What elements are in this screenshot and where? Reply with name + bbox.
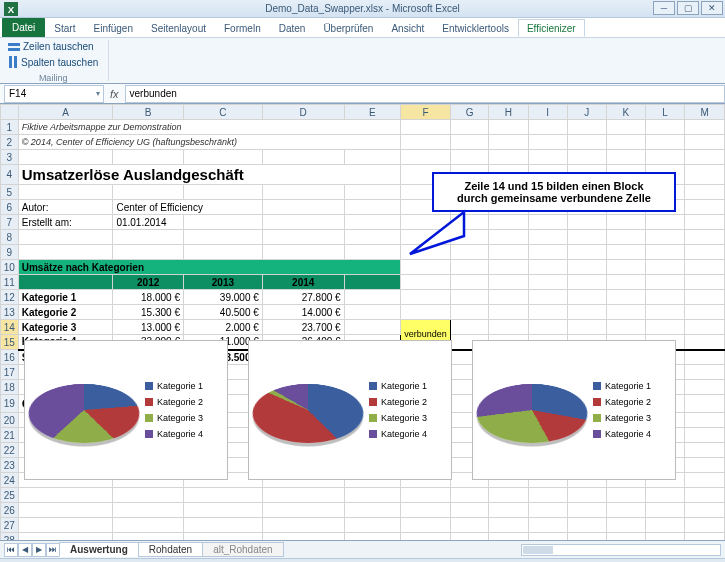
name-box[interactable]: F14 (4, 85, 104, 103)
swap-cols-button[interactable]: Spalten tauschen (6, 55, 100, 69)
sheet-tab-alt_rohdaten[interactable]: alt_Rohdaten (202, 542, 284, 557)
row-header-18[interactable]: 18 (1, 380, 19, 395)
row-header-11[interactable]: 11 (1, 275, 19, 290)
tab-start[interactable]: Start (45, 19, 84, 37)
svg-rect-2 (8, 43, 20, 46)
legend-item: Kategorie 4 (145, 429, 203, 439)
row-header-10[interactable]: 10 (1, 260, 19, 275)
col-header-J[interactable]: J (567, 105, 606, 120)
legend: Kategorie 1Kategorie 2Kategorie 3Kategor… (593, 381, 651, 439)
row-header-21[interactable]: 21 (1, 428, 19, 443)
formula-input[interactable]: verbunden (125, 85, 725, 103)
row-header-7[interactable]: 7 (1, 215, 19, 230)
col-header-L[interactable]: L (646, 105, 685, 120)
row-header-1[interactable]: 1 (1, 120, 19, 135)
tab-überprüfen[interactable]: Überprüfen (314, 19, 382, 37)
svg-text:X: X (8, 4, 15, 15)
row-header-27[interactable]: 27 (1, 518, 19, 533)
sheet-tabs: ⏮ ◀ ▶ ⏭ AuswertungRohdatenalt_Rohdaten (0, 540, 725, 558)
row-header-19[interactable]: 19 (1, 395, 19, 413)
file-tab[interactable]: Datei (2, 17, 45, 37)
legend-item: Kategorie 3 (369, 413, 427, 423)
fx-icon[interactable]: fx (110, 88, 119, 100)
tab-formeln[interactable]: Formeln (215, 19, 270, 37)
col-header-I[interactable]: I (528, 105, 567, 120)
col-header-M[interactable]: M (685, 105, 725, 120)
sheet-nav-last[interactable]: ⏭ (46, 543, 60, 557)
pie-chart-2012: Kategorie 1Kategorie 2Kategorie 3Kategor… (24, 340, 228, 480)
row-header-12[interactable]: 12 (1, 290, 19, 305)
row-header-16[interactable]: 16 (1, 350, 19, 365)
legend-item: Kategorie 3 (145, 413, 203, 423)
row-header-6[interactable]: 6 (1, 200, 19, 215)
callout-tail-icon (406, 208, 466, 258)
col-header-E[interactable]: E (344, 105, 400, 120)
tab-ansicht[interactable]: Ansicht (382, 19, 433, 37)
row-header-17[interactable]: 17 (1, 365, 19, 380)
ribbon-group-label: Mailing (6, 71, 100, 83)
sheet-nav-first[interactable]: ⏮ (4, 543, 18, 557)
row-header-28[interactable]: 28 (1, 533, 19, 541)
row-header-3[interactable]: 3 (1, 150, 19, 165)
sheet-nav-next[interactable]: ▶ (32, 543, 46, 557)
sheet-nav-prev[interactable]: ◀ (18, 543, 32, 557)
legend: Kategorie 1Kategorie 2Kategorie 3Kategor… (145, 381, 203, 439)
row-header-8[interactable]: 8 (1, 230, 19, 245)
svg-rect-3 (8, 48, 20, 51)
status-bar: Zeilentausch aktiviert: Bitte auf eine Z… (0, 558, 725, 562)
row-header-26[interactable]: 26 (1, 503, 19, 518)
tab-einfügen[interactable]: Einfügen (84, 19, 141, 37)
row-header-24[interactable]: 24 (1, 473, 19, 488)
legend-item: Kategorie 2 (145, 397, 203, 407)
legend-item: Kategorie 1 (145, 381, 203, 391)
callout: Zeile 14 und 15 bilden einen Block durch… (432, 172, 676, 212)
sheet-tab-rohdaten[interactable]: Rohdaten (138, 542, 203, 557)
worksheet[interactable]: ABCDEFGHIJKLM1Fiktive Arbeitsmappe zur D… (0, 104, 725, 540)
maximize-button[interactable]: ▢ (677, 1, 699, 15)
row-header-4[interactable]: 4 (1, 165, 19, 185)
row-header-20[interactable]: 20 (1, 413, 19, 428)
close-button[interactable]: ✕ (701, 1, 723, 15)
pie-chart-2014: Kategorie 1Kategorie 2Kategorie 3Kategor… (472, 340, 676, 480)
row-header-15[interactable]: 15 (1, 335, 19, 350)
row-header-22[interactable]: 22 (1, 443, 19, 458)
swap-rows-button[interactable]: Zeilen tauschen (6, 40, 100, 53)
tab-entwicklertools[interactable]: Entwicklertools (433, 19, 518, 37)
svg-marker-6 (410, 212, 464, 254)
col-header-A[interactable]: A (18, 105, 113, 120)
col-header-F[interactable]: F (401, 105, 451, 120)
horizontal-scrollbar[interactable] (284, 544, 725, 556)
col-header-D[interactable]: D (262, 105, 344, 120)
col-header-K[interactable]: K (606, 105, 645, 120)
minimize-button[interactable]: ─ (653, 1, 675, 15)
row-header-5[interactable]: 5 (1, 185, 19, 200)
ribbon-tabs: Datei StartEinfügenSeitenlayoutFormelnDa… (0, 18, 725, 38)
col-header-B[interactable]: B (113, 105, 184, 120)
excel-icon: X (4, 2, 18, 16)
legend-item: Kategorie 1 (369, 381, 427, 391)
col-header-G[interactable]: G (450, 105, 488, 120)
pie-chart-2013: Kategorie 1Kategorie 2Kategorie 3Kategor… (248, 340, 452, 480)
row-header-13[interactable]: 13 (1, 305, 19, 320)
col-header-C[interactable]: C (183, 105, 262, 120)
legend-item: Kategorie 2 (593, 397, 651, 407)
col-header-H[interactable]: H (489, 105, 528, 120)
select-all[interactable] (1, 105, 19, 120)
sheet-tab-auswertung[interactable]: Auswertung (59, 542, 139, 557)
legend-item: Kategorie 4 (369, 429, 427, 439)
tab-daten[interactable]: Daten (270, 19, 315, 37)
swap-cols-icon (8, 56, 18, 68)
row-header-25[interactable]: 25 (1, 488, 19, 503)
svg-rect-5 (14, 56, 17, 68)
swap-rows-icon (8, 42, 20, 52)
tab-efficienizer[interactable]: Efficienizer (518, 19, 585, 37)
tab-seitenlayout[interactable]: Seitenlayout (142, 19, 215, 37)
legend-item: Kategorie 4 (593, 429, 651, 439)
row-header-2[interactable]: 2 (1, 135, 19, 150)
row-header-14[interactable]: 14 (1, 320, 19, 335)
row-header-9[interactable]: 9 (1, 245, 19, 260)
legend-item: Kategorie 1 (593, 381, 651, 391)
row-header-23[interactable]: 23 (1, 458, 19, 473)
formula-bar: F14 fx verbunden (0, 84, 725, 104)
title-bar: X Demo_Data_Swapper.xlsx - Microsoft Exc… (0, 0, 725, 18)
